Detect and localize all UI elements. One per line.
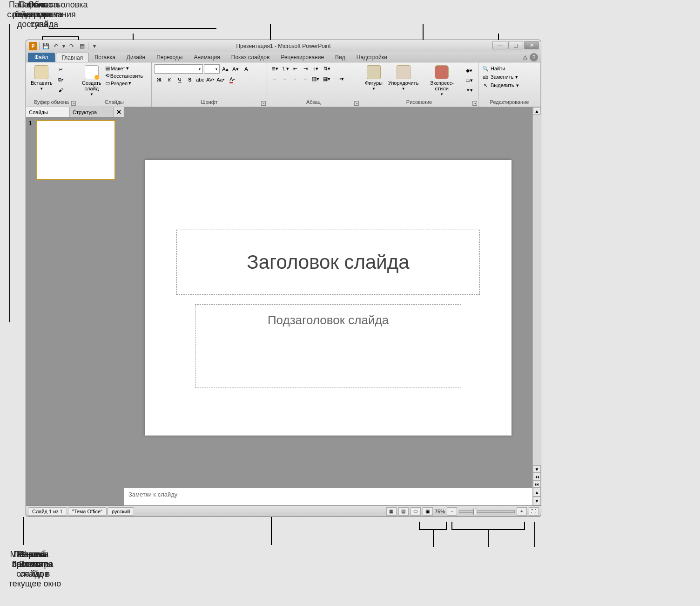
thumbnail-item[interactable]: 1 <box>29 120 121 180</box>
strike-icon[interactable]: S <box>185 75 195 84</box>
tab-animations[interactable]: Анимация <box>188 53 225 62</box>
inc-indent-icon[interactable]: ⇥ <box>301 64 310 73</box>
status-language[interactable]: русский <box>108 507 134 516</box>
columns-icon[interactable]: ▥▾ <box>311 75 320 83</box>
slide-thumbnail[interactable] <box>36 120 115 180</box>
clipboard-launcher-icon[interactable]: ↘ <box>71 101 76 106</box>
shape-effects-icon[interactable]: ✦▾ <box>463 86 475 94</box>
app-icon[interactable]: P <box>29 42 37 50</box>
align-center-icon[interactable]: ≡ <box>280 75 289 83</box>
dec-indent-icon[interactable]: ⇤ <box>290 64 300 73</box>
undo-dropdown-icon[interactable]: ▾ <box>62 42 66 50</box>
find-button[interactable]: 🔍Найти <box>482 64 519 73</box>
prev-slide-icon[interactable]: ⏮ <box>533 473 541 480</box>
restore-button[interactable]: ⟲ Восстановить <box>105 73 143 79</box>
bold-icon[interactable]: Ж <box>155 75 164 84</box>
subtitle-placeholder[interactable]: Подзаголовок слайда <box>195 304 461 388</box>
copy-icon[interactable]: ⧉▾ <box>56 75 66 84</box>
new-doc-icon[interactable]: ▤ <box>78 42 86 50</box>
zoom-thumb[interactable] <box>473 509 477 515</box>
zoom-out-icon[interactable]: − <box>447 507 457 516</box>
next-slide-icon[interactable]: ⏭ <box>533 480 541 488</box>
status-theme[interactable]: "Тема Office" <box>68 507 107 516</box>
smartart-icon[interactable]: ⟶▾ <box>333 75 344 83</box>
font-launcher-icon[interactable]: ↘ <box>261 101 266 106</box>
notes-pane[interactable]: Заметки к слайду <box>124 488 532 505</box>
thumbnail-list: 1 <box>26 117 124 505</box>
text-direction-icon[interactable]: ⇅▾ <box>321 64 332 73</box>
tab-addins[interactable]: Надстройки <box>351 53 393 62</box>
redo-icon[interactable]: ↷ <box>67 42 76 50</box>
shape-outline-icon[interactable]: ▭▾ <box>463 76 475 84</box>
align-left-icon[interactable]: ≡ <box>270 75 279 83</box>
help-icon[interactable]: ? <box>530 53 538 61</box>
paragraph-launcher-icon[interactable]: ↘ <box>354 101 359 106</box>
align-right-icon[interactable]: ≡ <box>290 75 300 83</box>
file-tab[interactable]: Файл <box>28 53 55 62</box>
qat-customize-icon[interactable]: ▾ <box>90 42 99 50</box>
layout-button[interactable]: ▤ Макет ▾ <box>105 65 143 71</box>
minimize-button[interactable]: — <box>492 41 507 49</box>
shape-fill-icon[interactable]: ◆▾ <box>463 66 475 75</box>
panel-close-icon[interactable]: ✕ <box>114 107 124 117</box>
close-button[interactable]: ✕ <box>524 41 539 49</box>
view-sorter-icon[interactable]: ▤ <box>398 507 409 516</box>
line-spacing-icon[interactable]: ↕▾ <box>311 64 320 73</box>
shrink-font-icon[interactable]: A▾ <box>231 65 240 73</box>
numbering-icon[interactable]: ⒈▾ <box>280 64 289 73</box>
format-painter-icon[interactable]: 🖌 <box>56 86 66 94</box>
slide-canvas[interactable]: Заголовок слайда Подзаголовок слайда <box>124 107 532 488</box>
scroll-down-icon[interactable]: ▼ <box>533 465 541 473</box>
window-title: Презентация1 - Microsoft PowerPoint <box>236 43 330 49</box>
title-placeholder[interactable]: Заголовок слайда <box>176 230 480 295</box>
view-slideshow-icon[interactable]: ▣ <box>423 507 433 516</box>
tab-home[interactable]: Главная <box>56 53 89 62</box>
align-text-icon[interactable]: ▦▾ <box>321 75 332 83</box>
view-reading-icon[interactable]: ▭ <box>411 507 421 516</box>
tab-design[interactable]: Дизайн <box>121 53 151 62</box>
new-slide-button[interactable]: Создать слайд ▼ <box>80 64 103 97</box>
change-case-icon[interactable]: Aa▾ <box>216 75 225 84</box>
justify-icon[interactable]: ≡ <box>301 75 310 83</box>
scroll-up-icon[interactable]: ▲ <box>533 107 541 115</box>
grow-font-icon[interactable]: A▴ <box>221 65 230 73</box>
fit-to-window-icon[interactable]: ⛶ <box>529 507 539 516</box>
maximize-button[interactable]: ▢ <box>508 41 523 49</box>
tab-slideshow[interactable]: Показ слайдов <box>226 53 276 62</box>
select-button[interactable]: ↖Выделить ▾ <box>482 81 519 89</box>
font-combo[interactable]: ▾ <box>155 64 203 74</box>
font-size-combo[interactable]: ▾ <box>204 64 220 74</box>
quick-styles-button[interactable]: Экспресс-стили▼ <box>422 64 461 97</box>
vertical-scrollbar[interactable]: ▲ ▼ ⏮ ⏭ <box>532 107 541 488</box>
italic-icon[interactable]: К <box>165 75 174 84</box>
clear-formatting-icon[interactable]: A̶ <box>241 65 251 73</box>
char-spacing-icon[interactable]: AV▾ <box>206 75 215 84</box>
paste-button[interactable]: Вставить ▼ <box>29 64 54 92</box>
tab-insert[interactable]: Вставка <box>89 53 121 62</box>
panel-tab-slides[interactable]: Слайды <box>26 107 70 117</box>
bullets-icon[interactable]: ≣▾ <box>270 64 279 73</box>
status-slide[interactable]: Слайд 1 из 1 <box>28 507 67 516</box>
tab-review[interactable]: Рецензирование <box>275 53 330 62</box>
notes-scrollbar[interactable]: ▲ ▼ <box>532 488 541 505</box>
arrange-button[interactable]: Упорядочить▼ <box>386 64 420 92</box>
zoom-slider[interactable] <box>459 510 515 513</box>
tab-view[interactable]: Вид <box>330 53 351 62</box>
save-icon[interactable]: 💾 <box>41 42 50 50</box>
panel-tab-outline[interactable]: Структура <box>70 107 114 117</box>
tab-transitions[interactable]: Переходы <box>151 53 188 62</box>
font-color-icon[interactable]: A▾ <box>226 75 238 84</box>
zoom-in-icon[interactable]: + <box>517 507 527 516</box>
undo-icon[interactable]: ↶ <box>52 42 60 50</box>
drawing-launcher-icon[interactable]: ↘ <box>472 101 477 106</box>
cut-icon[interactable]: ✂ <box>56 65 66 74</box>
underline-icon[interactable]: Ч <box>175 75 184 84</box>
notes-scroll-up-icon[interactable]: ▲ <box>533 488 541 497</box>
minimize-ribbon-icon[interactable]: △ <box>522 53 528 61</box>
replace-button[interactable]: abЗаменить ▾ <box>482 73 519 81</box>
section-button[interactable]: ▭ Раздел ▾ <box>105 80 143 86</box>
shapes-button[interactable]: Фигуры▼ <box>363 64 384 92</box>
view-normal-icon[interactable]: ▦ <box>386 507 397 516</box>
shadow-icon[interactable]: abc <box>195 75 205 84</box>
notes-scroll-down-icon[interactable]: ▼ <box>533 497 541 505</box>
